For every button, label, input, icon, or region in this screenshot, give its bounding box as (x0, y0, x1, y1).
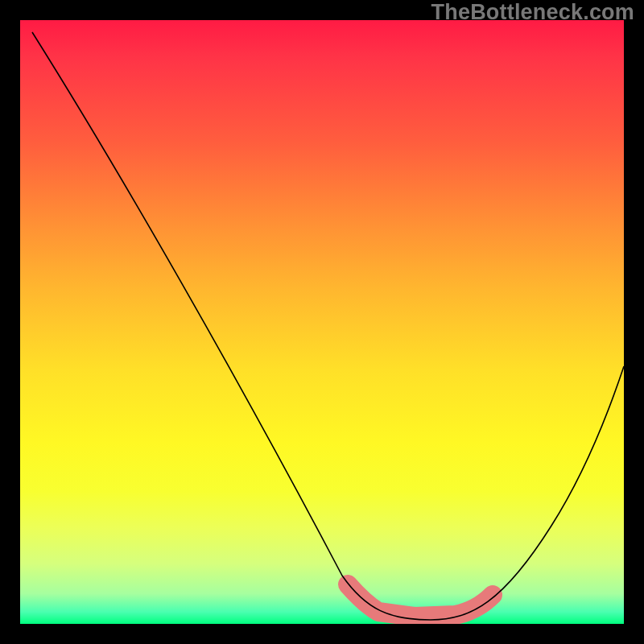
bottleneck-curve-line (32, 32, 624, 620)
gradient-plot-area (20, 20, 624, 624)
bottleneck-curve-svg (20, 20, 624, 624)
chart-frame: TheBottleneck.com (0, 0, 644, 644)
